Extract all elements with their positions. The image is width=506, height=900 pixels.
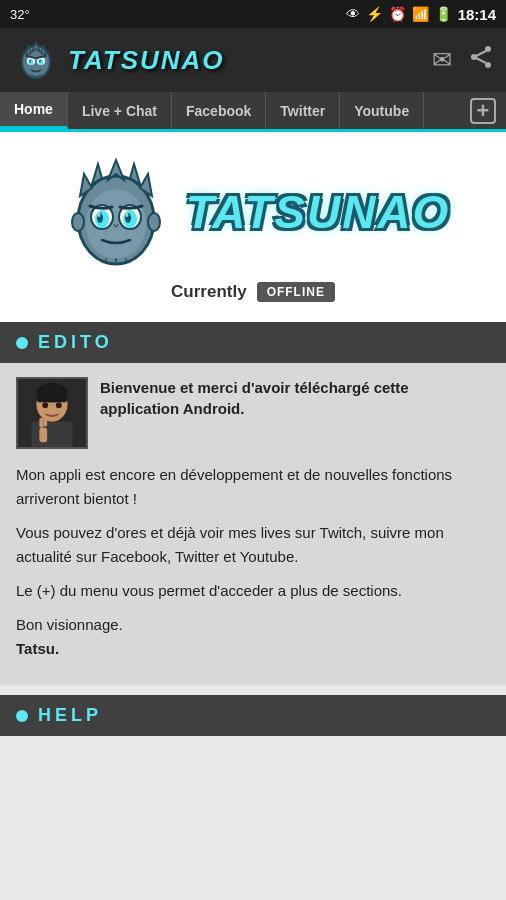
main-content: TATSUNAO Currently OFFLINE EDITO [0, 132, 506, 736]
eye-icon: 👁 [346, 6, 360, 22]
time: 18:14 [458, 6, 496, 23]
hero-character-svg [56, 152, 176, 272]
app-header-left: TATSUNAO [12, 36, 225, 84]
status-left: 32° [10, 7, 30, 22]
alarm-icon: ⏰ [389, 6, 406, 22]
svg-line-15 [476, 51, 486, 56]
hero-title: TATSUNAO [186, 185, 451, 239]
tab-twitter[interactable]: Twitter [266, 92, 340, 129]
character-large [56, 152, 176, 272]
svg-point-32 [125, 213, 128, 217]
edito-title: EDITO [38, 332, 113, 353]
logo-icon [12, 36, 60, 84]
character-logo-svg [14, 38, 58, 82]
app-title: TATSUNAO [68, 45, 225, 76]
edito-signature: Bon visionnage. Tatsu. [16, 613, 490, 661]
hero-inner: TATSUNAO [56, 152, 451, 272]
bluetooth-icon: ⚡ [366, 6, 383, 22]
tab-live-chat[interactable]: Live + Chat [68, 92, 172, 129]
svg-point-31 [97, 213, 100, 217]
tab-plus[interactable]: + [460, 92, 506, 129]
featured-text: Bienvenue et merci d'avoir téléchargé ce… [100, 377, 490, 449]
edito-signature-name: Tatsu. [16, 640, 59, 657]
edito-section: EDITO [0, 322, 506, 685]
edito-paragraph-3: Le (+) du menu vous permet d'acceder a p… [16, 579, 490, 603]
edito-body: Mon appli est encore en développement et… [16, 463, 490, 661]
svg-rect-43 [36, 389, 67, 403]
svg-point-9 [39, 60, 41, 63]
svg-point-35 [148, 213, 160, 231]
header-icons: ✉ [432, 44, 494, 76]
svg-point-34 [72, 213, 84, 231]
edito-paragraph-1: Mon appli est encore en développement et… [16, 463, 490, 511]
temperature: 32° [10, 7, 30, 22]
nav-tabs: Home Live + Chat Facebook Twitter Youtub… [0, 92, 506, 132]
svg-rect-41 [32, 422, 73, 448]
edito-featured: Bienvenue et merci d'avoir téléchargé ce… [16, 377, 490, 449]
status-bar: 32° 👁 ⚡ ⏰ 📶 🔋 18:14 [0, 0, 506, 28]
currently-text: Currently [171, 282, 247, 302]
svg-point-0 [22, 46, 50, 78]
svg-point-45 [56, 402, 62, 408]
edito-dot [16, 337, 28, 349]
svg-point-8 [29, 60, 31, 63]
help-header: HELP [0, 695, 506, 736]
signal-icon: 📶 [412, 6, 429, 22]
svg-point-44 [42, 402, 48, 408]
edito-content: Bienvenue et merci d'avoir téléchargé ce… [0, 363, 506, 685]
svg-line-16 [476, 58, 486, 63]
status-right: 👁 ⚡ ⏰ 📶 🔋 18:14 [346, 6, 496, 23]
mail-icon[interactable]: ✉ [432, 46, 452, 74]
help-title: HELP [38, 705, 102, 726]
tab-home[interactable]: Home [0, 92, 68, 129]
edito-paragraph-2: Vous pouvez d'ores et déjà voir mes live… [16, 521, 490, 569]
edito-header: EDITO [0, 322, 506, 363]
share-icon[interactable] [468, 44, 494, 76]
battery-icon: 🔋 [435, 6, 452, 22]
hero-banner: TATSUNAO Currently OFFLINE [0, 132, 506, 322]
svg-point-6 [29, 59, 34, 65]
offline-badge: OFFLINE [257, 282, 335, 302]
svg-point-7 [39, 59, 44, 65]
tab-youtube[interactable]: Youtube [340, 92, 424, 129]
app-header: TATSUNAO ✉ [0, 28, 506, 92]
help-section: HELP [0, 695, 506, 736]
status-line: Currently OFFLINE [171, 282, 335, 302]
tab-facebook[interactable]: Facebook [172, 92, 266, 129]
svg-rect-46 [39, 428, 47, 443]
featured-thumbnail [16, 377, 88, 449]
help-dot [16, 710, 28, 722]
